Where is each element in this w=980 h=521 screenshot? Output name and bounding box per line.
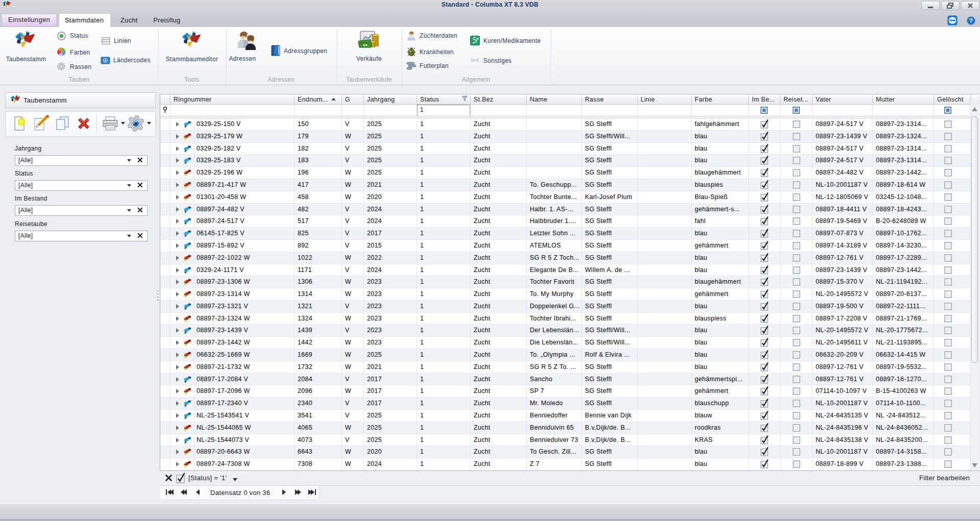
svg-text:?: ? — [969, 17, 973, 23]
